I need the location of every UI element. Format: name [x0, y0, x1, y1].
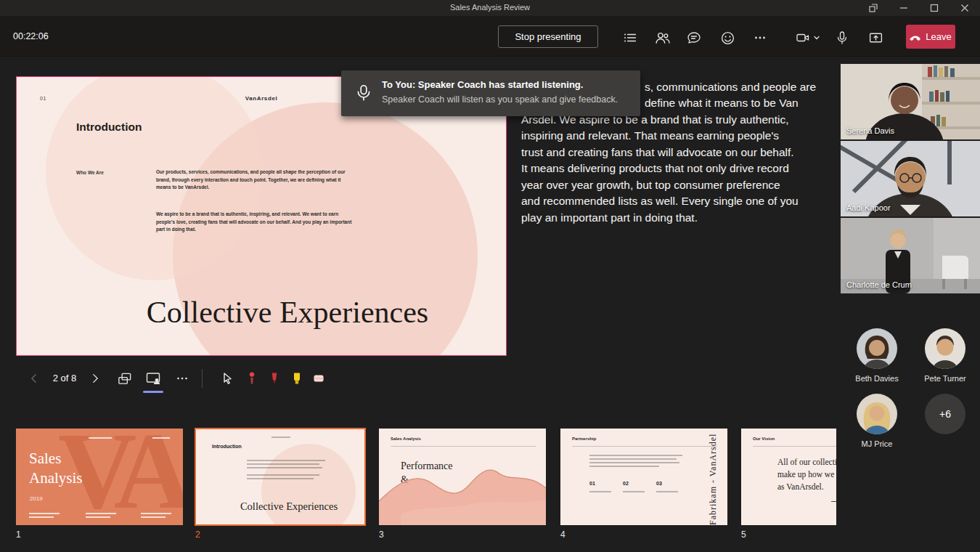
slide-thumbnail-3[interactable]: Sales Analysis Performance & — [379, 429, 546, 525]
toast-title: To You: Speaker Coach has started listen… — [382, 79, 583, 90]
eraser-tool-button[interactable] — [308, 368, 330, 389]
eraser-icon — [311, 371, 326, 386]
divider — [572, 446, 717, 447]
previous-slide-button[interactable] — [23, 368, 45, 389]
thumb-step: 02 — [623, 481, 629, 486]
overflow-count-badge: +6 — [925, 394, 965, 434]
thumb-heading: Introduction — [212, 444, 242, 449]
thumb-label: Partnership — [572, 437, 596, 441]
participants-button[interactable] — [652, 28, 672, 48]
hang-up-icon — [910, 33, 921, 41]
more-options-button[interactable] — [750, 28, 770, 48]
pointer-tool-button[interactable] — [216, 368, 238, 389]
current-slide-canvas[interactable]: 01 VanArsdel Introduction Who We Are Our… — [16, 76, 507, 356]
text-placeholder — [86, 513, 116, 514]
minimize-button[interactable] — [889, 0, 919, 16]
laser-pointer-icon — [245, 371, 259, 386]
notes-line: s, communications and people are — [645, 81, 816, 94]
slide-paragraph: We aspire to be a brand that is authenti… — [156, 211, 354, 234]
laser-pointer-button[interactable] — [241, 368, 263, 389]
thumb-label: Our Vision — [753, 437, 775, 441]
notes-line: It means delivering products that not on… — [521, 162, 789, 175]
chevron-down-icon — [814, 37, 819, 39]
thumb-title: Sales Analysis — [29, 449, 83, 488]
speaker-coach-icon — [354, 84, 373, 105]
toast-subtitle: Speaker Coach will listen as you speak a… — [382, 94, 618, 105]
highlighter-icon — [290, 371, 304, 386]
share-button[interactable] — [865, 28, 886, 48]
slide-thumbnail-2-selected[interactable]: Introduction Collective Experiences — [195, 428, 366, 526]
leave-label: Leave — [926, 31, 951, 42]
thumb-number: 1 — [16, 529, 21, 540]
participant-name: Beth Davies — [842, 374, 912, 383]
list-icon — [623, 31, 637, 45]
next-slide-button[interactable] — [84, 368, 106, 389]
text-placeholder — [623, 491, 645, 492]
pen-icon — [267, 371, 282, 386]
participant-pete-turner[interactable]: Pete Turner — [910, 328, 980, 383]
notes-line: play an important part in doing that. — [521, 211, 698, 224]
teams-meeting-window: Sales Analysis Review — [0, 0, 980, 552]
camera-button[interactable] — [793, 28, 823, 48]
chat-icon — [687, 31, 701, 45]
thumb-year: 2019 — [30, 495, 43, 502]
speaker-coach-toast[interactable]: To You: Speaker Coach has started listen… — [341, 70, 640, 116]
close-button[interactable] — [950, 0, 980, 16]
microphone-icon — [835, 31, 849, 45]
highlighter-tool-button[interactable] — [286, 368, 308, 389]
chevron-right-icon — [89, 372, 102, 385]
wave-chart-graphic — [379, 429, 546, 525]
slide-decor-circle — [261, 444, 356, 526]
thumb-title-vertical: Fabrikam - VanArsdel — [708, 429, 719, 525]
thumb-title: Collective Experiences — [196, 500, 364, 513]
slide-thumbnail-4[interactable]: Partnership 01 02 03 Fabrikam - VanArsde… — [560, 429, 727, 525]
text-placeholder — [247, 460, 325, 461]
participant-overflow[interactable]: +6 — [910, 394, 980, 434]
cursor-icon — [220, 371, 234, 386]
video-tile-charlotte-de-crum[interactable]: Charlotte de Crum — [841, 218, 980, 293]
text-placeholder — [589, 466, 659, 467]
slide-more-button[interactable] — [171, 368, 193, 389]
titlebar: Sales Analysis Review — [0, 0, 980, 16]
text-placeholder — [247, 467, 322, 468]
notes-line: inspiring and relevant. That means earni… — [521, 129, 779, 142]
maximize-icon — [930, 4, 939, 12]
avatar — [857, 328, 897, 369]
text-placeholder — [152, 437, 170, 439]
leave-button[interactable]: Leave — [906, 25, 955, 49]
meeting-toolbar: 00:22:06 Stop presenting — [0, 16, 980, 57]
participants-sidebar: Serena Davis Aadi Kapoor — [836, 57, 980, 552]
slide-thumbnail-1[interactable]: VA Sales Analysis 2019 — [16, 429, 183, 525]
pop-out-button[interactable] — [858, 0, 889, 16]
participant-name: Serena Davis — [846, 126, 894, 135]
close-icon — [960, 4, 969, 12]
participant-name: Pete Turner — [910, 374, 980, 383]
presenter-view-button[interactable] — [142, 368, 164, 389]
text-placeholder — [247, 463, 319, 465]
notes-line: define what it means to be Van — [645, 97, 799, 110]
selected-tool-indicator — [143, 391, 163, 393]
text-placeholder — [141, 516, 166, 518]
pop-out-icon — [869, 4, 878, 12]
participant-name: MJ Price — [842, 439, 912, 448]
slide-heading: Introduction — [76, 121, 142, 134]
text-placeholder — [247, 478, 314, 479]
pen-tool-button[interactable] — [264, 368, 285, 389]
meeting-notes-button[interactable] — [620, 28, 640, 48]
chat-button[interactable] — [684, 28, 704, 48]
participant-mj-price[interactable]: MJ Price — [842, 394, 912, 448]
video-tile-aadi-kapoor[interactable]: Aadi Kapoor — [841, 141, 980, 216]
microphone-button[interactable] — [832, 28, 852, 48]
maximize-button[interactable] — [919, 0, 950, 16]
tools-divider — [202, 369, 203, 388]
grid-view-button[interactable] — [113, 368, 135, 389]
text-placeholder — [656, 491, 678, 492]
avatar — [925, 328, 965, 369]
text-placeholder — [589, 455, 682, 456]
chevron-left-icon — [28, 372, 41, 385]
video-tile-serena-davis[interactable]: Serena Davis — [841, 64, 980, 139]
stop-presenting-button[interactable]: Stop presenting — [498, 25, 598, 48]
participant-beth-davies[interactable]: Beth Davies — [842, 328, 912, 383]
slide-title: Collective Experiences — [17, 295, 506, 330]
reactions-button[interactable] — [717, 28, 738, 48]
